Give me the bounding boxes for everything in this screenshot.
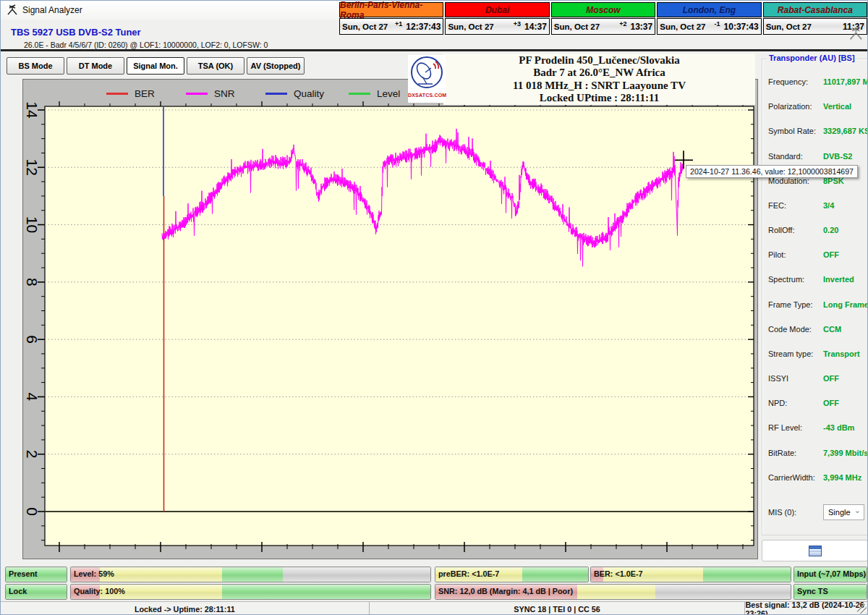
stream-list-button[interactable] bbox=[762, 540, 868, 561]
bar-segment-silver bbox=[283, 567, 430, 582]
field-value: Transport bbox=[823, 349, 860, 358]
resize-grip[interactable] bbox=[857, 604, 867, 614]
clock-utc-offset: +2 bbox=[619, 20, 626, 27]
transponder-field-spectrum: Spectrum:Inverted bbox=[768, 267, 866, 292]
field-label: FEC: bbox=[768, 201, 823, 210]
transponder-field-code-mode: Code Mode:CCM bbox=[768, 317, 866, 342]
field-label: Standard: bbox=[768, 152, 823, 161]
clock-utc-offset: +3 bbox=[514, 20, 521, 27]
clock-datetime: Sun, Oct 27+112:37:43 bbox=[339, 18, 443, 35]
transponder-field-carrierwidth: CarrierWidth:3,994 MHz bbox=[768, 465, 866, 490]
mode-button-av-stopped[interactable]: AV (Stopped) bbox=[247, 57, 305, 75]
field-label: Spectrum: bbox=[768, 275, 823, 284]
bar-segment-green bbox=[222, 567, 283, 582]
status-bar: Locked -> Uptime: 28:11:11SYNC 18 | TEI … bbox=[1, 601, 868, 615]
chart-title-line: Badr 7 at 26.0°E_NW Africa bbox=[443, 67, 755, 79]
indicator-bar-lock: Lock bbox=[5, 584, 67, 600]
statusbar-section-2: Best signal: 13,2 dB (2024-10-26 23:26) bbox=[745, 602, 868, 615]
field-label: NPD: bbox=[768, 399, 823, 407]
transponder-field-pilot: Pilot:OFF bbox=[768, 242, 866, 267]
field-value: -43 dBm bbox=[823, 423, 854, 432]
bar-label: Level: 59% bbox=[74, 567, 114, 581]
clock-time: 13:37 bbox=[631, 22, 653, 32]
bar-segment-yellow bbox=[100, 567, 222, 582]
indicator-bar-level: Level: 59% bbox=[70, 567, 431, 582]
y-axis-label-6: 6 bbox=[24, 335, 41, 344]
chart-title-line: 11 018 MHz_H : SNRT Laayoune TV bbox=[443, 80, 755, 92]
separator-line bbox=[1, 49, 867, 51]
clock-datetime: Sun, Oct 27+314:37 bbox=[445, 18, 549, 35]
y-axis-label-12: 12 bbox=[24, 159, 41, 176]
transponder-field-rf-level: RF Level:-43 dBm bbox=[768, 415, 866, 440]
chart-plot-area[interactable]: 02468101214 bbox=[23, 80, 757, 559]
field-label: Code Mode: bbox=[768, 325, 823, 334]
mode-button-dt-mode[interactable]: DT Mode bbox=[67, 57, 124, 75]
chevron-down-icon: ⌄ bbox=[854, 506, 861, 515]
field-label: RollOff: bbox=[768, 226, 823, 234]
y-axis-label-0: 0 bbox=[24, 507, 41, 516]
field-label: Stream type: bbox=[768, 349, 823, 358]
mode-button-row: BS ModeDT ModeSignal Mon.TSA (OK)AV (Sto… bbox=[7, 57, 305, 75]
statusbar-section-1: SYNC 18 | TEI 0 | CC 56 bbox=[370, 602, 746, 615]
clock-datetime: Sun, Oct 27+213:37 bbox=[551, 18, 655, 35]
bar-segment-green bbox=[703, 567, 791, 582]
chart-title-line: Locked UPtime : 28:11:11 bbox=[443, 92, 755, 104]
list-icon bbox=[809, 546, 822, 556]
field-label: Frame Type: bbox=[768, 300, 823, 309]
clock-time: 10:37:43 bbox=[724, 22, 759, 32]
bar-label: preBER: <1.0E-7 bbox=[438, 567, 499, 581]
transponder-field-npd: NPD:OFF bbox=[768, 391, 866, 415]
mode-button-tsa-ok[interactable]: TSA (OK) bbox=[187, 57, 244, 75]
transponder-field-frequency: Frequency:11017,897 MHz bbox=[768, 69, 866, 94]
field-value: OFF bbox=[823, 250, 839, 259]
field-value: CCM bbox=[823, 325, 841, 334]
transponder-field-symbol-rate: Symbol Rate:3329,687 KS/s bbox=[768, 119, 866, 143]
transponder-field-bitrate: BitRate:7,399 Mbit/s bbox=[768, 441, 866, 465]
mode-button-bs-mode[interactable]: BS Mode bbox=[7, 57, 64, 75]
transponder-field-fec: FEC:3/4 bbox=[768, 193, 866, 218]
field-label: Polarization: bbox=[768, 102, 823, 111]
y-axis-label-10: 10 bbox=[24, 216, 41, 233]
y-axis-label-2: 2 bbox=[24, 450, 41, 459]
field-label: BitRate: bbox=[768, 449, 823, 457]
transponder-field-polarization: Polarization:Vertical bbox=[768, 94, 866, 119]
y-axis-label-8: 8 bbox=[24, 278, 41, 287]
clock-date: Sun, Oct 27 bbox=[448, 22, 493, 31]
field-value: Vertical bbox=[823, 102, 851, 111]
clock-time: 12:37:43 bbox=[406, 22, 441, 32]
clock-london-eng: London, EngSun, Oct 27-110:37:43 bbox=[657, 2, 761, 35]
y-axis-label-14: 14 bbox=[24, 101, 41, 119]
field-value: 0.20 bbox=[823, 226, 838, 234]
y-axis-label-4: 4 bbox=[24, 393, 41, 402]
clock-city-label: Rabat-Casablanca bbox=[763, 2, 867, 17]
field-label: Pilot: bbox=[768, 250, 823, 259]
corner-antenna-icon bbox=[848, 25, 864, 41]
chart-value-tooltip: 2024-10-27 11.36.46, value: 12,100000381… bbox=[686, 165, 858, 178]
plot-frame bbox=[45, 106, 754, 546]
dxsatcs-logo-text: DXSATCS.COM bbox=[408, 93, 446, 98]
clock-city-label: Berlin-Paris-Vienna-Roma bbox=[339, 2, 443, 17]
window-title: Signal Analyzer bbox=[22, 5, 82, 15]
field-label: ISSYI bbox=[768, 374, 823, 383]
bar-label: Quality: 100% bbox=[74, 585, 125, 598]
clock-berlin-paris-vienna-roma: Berlin-Paris-Vienna-RomaSun, Oct 27+112:… bbox=[339, 2, 443, 35]
chart-title-line: PF Prodelin 450_Lučenec/Slovakia bbox=[443, 54, 755, 67]
field-value: DVB-S2 bbox=[823, 152, 852, 161]
dxsatcs-logo: DXSATCS.COM bbox=[408, 55, 446, 103]
clock-utc-offset: +1 bbox=[395, 20, 402, 27]
field-value: OFF bbox=[823, 399, 839, 407]
indicator-bar-quality: Quality: 100% bbox=[70, 584, 431, 600]
mis-row: MIS (0): Single ⌄ bbox=[768, 504, 864, 520]
mode-button-signal-mon[interactable]: Signal Mon. bbox=[127, 57, 184, 75]
indicator-bar-ber: BER: <1.0E-7 bbox=[590, 567, 791, 582]
signal-analyzer-window: Signal Analyzer Berlin-Paris-Vienna-Roma… bbox=[0, 0, 868, 615]
field-value: 11017,897 MHz bbox=[823, 77, 868, 86]
bar-label: SNR: 12,0 dB (Margin: 4,1 dB | Poor) bbox=[438, 585, 573, 598]
field-value: Inverted bbox=[823, 275, 854, 284]
mis-select[interactable]: Single ⌄ bbox=[823, 504, 864, 520]
clock-date: Sun, Oct 27 bbox=[766, 22, 812, 31]
field-label: Frequency: bbox=[768, 77, 823, 86]
field-label: Symbol Rate: bbox=[768, 127, 823, 135]
chart-title-box: PF Prodelin 450_Lučenec/Slovakia Badr 7 … bbox=[443, 54, 755, 105]
indicator-bar-snr: SNR: 12,0 dB (Margin: 4,1 dB | Poor) bbox=[435, 584, 791, 600]
